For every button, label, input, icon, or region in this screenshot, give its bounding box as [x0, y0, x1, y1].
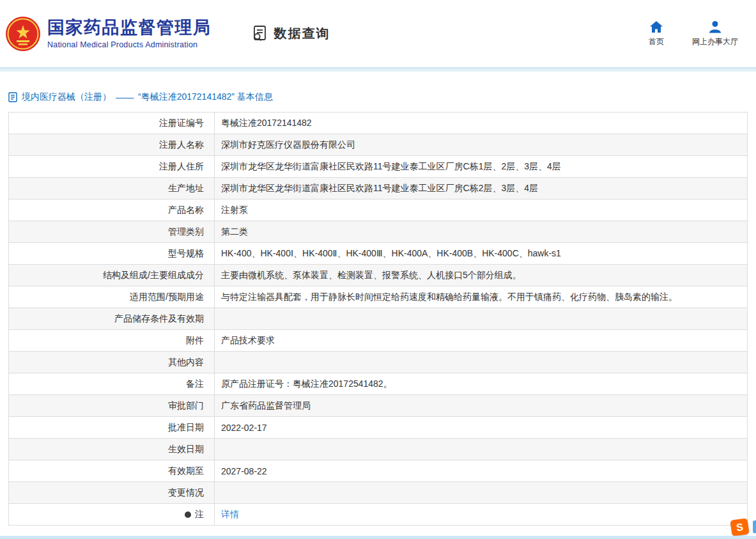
- row-value: 深圳市好克医疗仪器股份有限公司: [215, 134, 747, 155]
- logo-group: 国家药品监督管理局 National Medical Products Admi…: [5, 16, 212, 52]
- row-value: 深圳市龙华区龙华街道富康社区民欢路11号建业泰工业区厂房C栋2层、3层、4层: [215, 178, 747, 199]
- row-label: 批准日期: [9, 417, 215, 438]
- row-label: 产品储存条件及有效期: [9, 308, 215, 329]
- row-value: 第二类: [215, 221, 747, 242]
- row-label: 注册证编号: [9, 113, 215, 134]
- table-row: 管理类别第二类: [9, 221, 747, 243]
- org-subtitle: National Medical Products Administration: [47, 40, 212, 49]
- table-row: 审批部门广东省药品监督管理局: [9, 395, 747, 417]
- table-row: 附件产品技术要求: [9, 330, 747, 352]
- table-row: 备注原产品注册证号：粤械注准20172541482。: [9, 373, 747, 395]
- nav-service-hall-label: 网上办事大厅: [692, 36, 738, 47]
- table-row: 生产地址深圳市龙华区龙华街道富康社区民欢路11号建业泰工业区厂房C栋2层、3层、…: [9, 178, 747, 199]
- detail-link[interactable]: 详情: [221, 509, 239, 520]
- row-value: [215, 352, 747, 373]
- row-label: 型号规格: [9, 243, 215, 264]
- row-value: [215, 482, 747, 503]
- nav-service-hall[interactable]: 网上办事大厅: [692, 20, 738, 47]
- breadcrumb: 境内医疗器械（注册） —— “粤械注准20172141482” 基本信息: [8, 91, 756, 103]
- header-divider-band: [0, 67, 756, 72]
- table-row: 型号规格HK-400、HK-400Ⅰ、HK-400Ⅱ、HK-400Ⅲ、HK-40…: [9, 243, 747, 265]
- data-query-section: 数据查询: [251, 25, 330, 42]
- top-nav: 首页 网上办事大厅: [649, 20, 738, 47]
- footer-band: [0, 536, 756, 539]
- table-row: 产品储存条件及有效期: [9, 308, 747, 330]
- row-value: [215, 308, 747, 329]
- row-label: 生效日期: [9, 439, 215, 460]
- row-value: 2022-02-17: [215, 417, 747, 438]
- site-header: 国家药品监督管理局 National Medical Products Admi…: [0, 0, 756, 67]
- page: 国家药品监督管理局 National Medical Products Admi…: [0, 0, 756, 539]
- document-icon: [8, 92, 17, 102]
- row-value: 粤械注准20172141482: [215, 113, 747, 134]
- note-dot-icon: [185, 512, 191, 518]
- row-label: 审批部门: [9, 395, 215, 416]
- nmpa-emblem-logo: [5, 16, 41, 52]
- row-label: 产品名称: [9, 199, 215, 221]
- home-icon: [649, 20, 663, 33]
- user-icon: [708, 20, 722, 33]
- row-value: 注射泵: [215, 199, 747, 221]
- org-title: 国家药品监督管理局: [47, 18, 212, 38]
- floating-widget-sliver[interactable]: [753, 520, 756, 533]
- row-value: 产品技术要求: [215, 330, 747, 351]
- row-label: 结构及组成/主要组成成分: [9, 265, 215, 286]
- row-label: 备注: [9, 373, 215, 394]
- row-label: 注: [9, 504, 215, 525]
- table-row: 产品名称注射泵: [9, 199, 747, 221]
- table-row: 注册证编号粤械注准20172141482: [9, 113, 747, 134]
- row-label: 附件: [9, 330, 215, 351]
- breadcrumb-separator: ——: [116, 92, 134, 102]
- row-value: 深圳市龙华区龙华街道富康社区民欢路11号建业泰工业区厂房C栋1层、2层、3层、4…: [215, 156, 747, 177]
- row-value: HK-400、HK-400Ⅰ、HK-400Ⅱ、HK-400Ⅲ、HK-400A、H…: [215, 243, 747, 264]
- data-query-label: 数据查询: [274, 25, 330, 42]
- table-row: 其他内容: [9, 352, 747, 373]
- row-label: 注册人名称: [9, 134, 215, 155]
- table-row: 结构及组成/主要组成成分主要由微机系统、泵体装置、检测装置、报警系统、人机接口5…: [9, 265, 747, 286]
- row-value: 2027-08-22: [215, 460, 747, 481]
- row-label: 有效期至: [9, 460, 215, 481]
- table-row: 注详情: [9, 504, 747, 526]
- row-value: [215, 439, 747, 460]
- row-value: 广东省药品监督管理局: [215, 395, 747, 416]
- row-value: 与特定注输器具配套，用于静脉长时间恒定给药速度和精确给药量输液。不用于镇痛药、化…: [215, 286, 747, 308]
- breadcrumb-category[interactable]: 境内医疗器械（注册）: [22, 91, 111, 103]
- table-row: 注册人住所深圳市龙华区龙华街道富康社区民欢路11号建业泰工业区厂房C栋1层、2层…: [9, 156, 747, 178]
- table-row: 批准日期2022-02-17: [9, 417, 747, 439]
- table-row: 变更情况: [9, 482, 747, 504]
- org-text: 国家药品监督管理局 National Medical Products Admi…: [47, 18, 212, 49]
- nav-home[interactable]: 首页: [649, 20, 664, 47]
- row-value: 详情: [215, 504, 747, 525]
- floating-logo-badge[interactable]: S: [730, 518, 749, 536]
- registration-info-table: 注册证编号粤械注准20172141482注册人名称深圳市好克医疗仪器股份有限公司…: [8, 112, 748, 526]
- row-value: 原产品注册证号：粤械注准20172541482。: [215, 373, 747, 394]
- row-label: 生产地址: [9, 178, 215, 199]
- page-title: “粤械注准20172141482” 基本信息: [138, 91, 273, 103]
- row-label: 其他内容: [9, 352, 215, 373]
- table-row: 注册人名称深圳市好克医疗仪器股份有限公司: [9, 134, 747, 156]
- row-label: 变更情况: [9, 482, 215, 503]
- table-row: 适用范围/预期用途与特定注输器具配套，用于静脉长时间恒定给药速度和精确给药量输液…: [9, 286, 747, 308]
- table-row: 有效期至2027-08-22: [9, 460, 747, 482]
- row-value: 主要由微机系统、泵体装置、检测装置、报警系统、人机接口5个部分组成。: [215, 265, 747, 286]
- table-row: 生效日期: [9, 439, 747, 460]
- row-label: 管理类别: [9, 221, 215, 242]
- nav-home-label: 首页: [649, 36, 664, 47]
- row-label: 注册人住所: [9, 156, 215, 177]
- row-label: 适用范围/预期用途: [9, 286, 215, 308]
- data-query-icon: [251, 25, 268, 42]
